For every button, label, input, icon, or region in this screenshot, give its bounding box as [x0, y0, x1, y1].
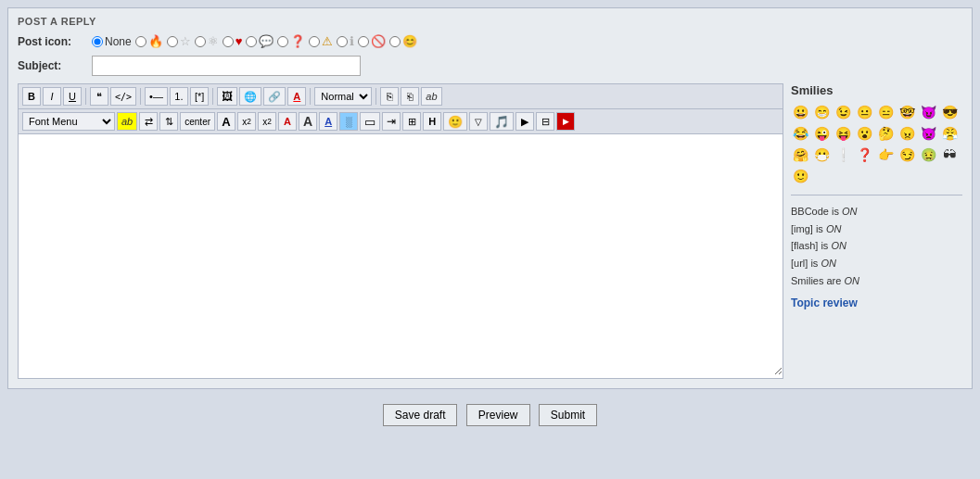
icon-warning-radio[interactable] — [309, 36, 320, 47]
list-bullet-button[interactable]: •— — [145, 87, 168, 106]
subject-input[interactable] — [92, 56, 361, 76]
align-center-button[interactable]: center — [180, 112, 215, 131]
smiley-20[interactable]: ❓ — [855, 145, 873, 164]
code-button[interactable]: </> — [110, 87, 136, 106]
smiley-13[interactable]: 🤔 — [876, 124, 895, 143]
smiley-21[interactable]: 👉 — [876, 145, 895, 164]
table-button[interactable]: ⊞ — [402, 112, 421, 131]
smiley-12[interactable]: 😮 — [855, 124, 873, 143]
smiley-16[interactable]: 😤 — [940, 124, 959, 143]
smiley-18[interactable]: 😷 — [812, 145, 831, 164]
icon-atom-option[interactable]: ⚛ — [195, 34, 219, 48]
arrow-down-button[interactable]: ▽ — [469, 112, 488, 131]
icon-bubble-radio[interactable] — [246, 36, 257, 47]
align-left-button[interactable]: ⇄ — [139, 112, 158, 131]
icon-stop-radio[interactable] — [358, 36, 369, 47]
smiley-9[interactable]: 😂 — [791, 124, 809, 143]
bubble-icon: 💬 — [259, 34, 274, 48]
align-right-button[interactable]: ⇅ — [159, 112, 178, 131]
smiley-19[interactable]: ❕ — [834, 145, 852, 164]
ab-button[interactable]: ab — [421, 87, 441, 106]
icon-question-option[interactable]: ❓ — [277, 34, 305, 48]
color-dark-button[interactable]: A — [299, 112, 317, 131]
icon-heart-option[interactable]: ♥ — [223, 34, 243, 48]
bg-color-button[interactable]: ░ — [339, 112, 358, 131]
icon-info-option[interactable]: ℹ — [337, 34, 354, 48]
h-button[interactable]: H — [423, 112, 441, 131]
icon-warning-option[interactable]: ⚠ — [309, 34, 333, 48]
icon-heart-radio[interactable] — [223, 36, 234, 47]
smiley-25[interactable]: 🙂 — [791, 167, 809, 185]
highlight-button[interactable]: ab — [117, 112, 137, 131]
color-button[interactable]: A — [287, 87, 306, 106]
smiley-23[interactable]: 🤢 — [919, 145, 937, 164]
smilies-status: ON — [844, 275, 859, 286]
editor-left: B I U ❝ </> •— 1. [*] 🖼 🌐 🔗 A — [18, 83, 783, 379]
icon-none-option[interactable]: None — [92, 35, 132, 48]
icon-stop-option[interactable]: 🚫 — [358, 34, 386, 48]
icon-info-radio[interactable] — [337, 36, 348, 47]
image-button[interactable]: 🖼 — [217, 87, 237, 106]
smiley-4[interactable]: 😐 — [855, 103, 873, 121]
color-blue-button[interactable]: A — [319, 112, 337, 131]
icon-flame-radio[interactable] — [135, 36, 146, 47]
youtube-button[interactable]: ▶ — [556, 112, 575, 131]
warning-icon: ⚠ — [322, 34, 333, 48]
url-label: [url] — [791, 258, 808, 269]
smiley-2[interactable]: 😁 — [812, 103, 831, 121]
color-red-button[interactable]: A — [278, 112, 297, 131]
save-draft-button[interactable]: Save draft — [383, 404, 458, 426]
smiley-7[interactable]: 😈 — [919, 103, 937, 121]
list-ordered-button[interactable]: 1. — [170, 87, 188, 106]
indent-button[interactable]: ⇥ — [382, 112, 401, 131]
icon-none-radio[interactable] — [92, 36, 103, 47]
list-item-button[interactable]: [*] — [190, 87, 209, 106]
font-menu-select[interactable]: Font Menu Arial Times New Roman Courier … — [22, 112, 115, 131]
icon-star-option[interactable]: ☆ — [167, 34, 191, 48]
icon-smile-option[interactable]: 😊 — [389, 34, 417, 48]
smiley-22[interactable]: 😏 — [897, 145, 916, 164]
paste-button[interactable]: ⎗ — [401, 87, 419, 106]
submit-button[interactable]: Submit — [539, 404, 597, 426]
bold-button[interactable]: B — [22, 87, 41, 106]
smiley-11[interactable]: 😝 — [834, 124, 852, 143]
icon-flame-option[interactable]: 🔥 — [135, 34, 163, 48]
grid-button[interactable]: ⊟ — [536, 112, 554, 131]
icon-bubble-option[interactable]: 💬 — [246, 34, 274, 48]
img-status: ON — [826, 223, 842, 234]
message-textarea[interactable] — [19, 134, 783, 375]
icon-smile-radio[interactable] — [389, 36, 401, 47]
smiley-5[interactable]: 😑 — [876, 103, 895, 121]
smiley-6[interactable]: 🤓 — [897, 103, 916, 121]
smiley-17[interactable]: 🤗 — [791, 145, 809, 164]
icon-atom-radio[interactable] — [195, 36, 206, 47]
superscript-button[interactable]: x2 — [237, 112, 256, 131]
font-size-up-button[interactable]: A — [217, 112, 235, 131]
bbcode-status: ON — [842, 206, 858, 217]
flash-label: [flash] — [791, 240, 818, 251]
italic-button[interactable]: I — [43, 87, 61, 106]
smiley-1[interactable]: 😀 — [791, 103, 809, 121]
copy-button[interactable]: ⎘ — [380, 87, 399, 106]
smiley-15[interactable]: 👿 — [919, 124, 937, 143]
underline-button[interactable]: U — [63, 87, 82, 106]
topic-review-link[interactable]: Topic review — [791, 296, 858, 309]
smiley-8[interactable]: 😎 — [940, 103, 959, 121]
box-button[interactable]: ▭ — [360, 112, 380, 131]
subject-label: Subject: — [18, 59, 92, 72]
smiley-14[interactable]: 😠 — [897, 124, 916, 143]
preview-button[interactable]: Preview — [466, 404, 530, 426]
smiley-3[interactable]: 😉 — [834, 103, 852, 121]
subscript-button[interactable]: x2 — [258, 112, 276, 131]
smiley-toolbar-button[interactable]: 🙂 — [443, 112, 467, 131]
unlink-button[interactable]: 🔗 — [263, 87, 286, 106]
smiley-24[interactable]: 🕶 — [940, 145, 959, 164]
icon-star-radio[interactable] — [167, 36, 178, 47]
quote-button[interactable]: ❝ — [90, 87, 108, 106]
font-size-select[interactable]: Tiny Small Normal Large Huge — [314, 87, 372, 106]
smiley-10[interactable]: 😜 — [812, 124, 831, 143]
icon-question-radio[interactable] — [277, 36, 288, 47]
media1-button[interactable]: 🎵 — [490, 112, 514, 131]
www-button[interactable]: 🌐 — [239, 87, 261, 106]
media2-button[interactable]: ▶ — [515, 112, 534, 131]
